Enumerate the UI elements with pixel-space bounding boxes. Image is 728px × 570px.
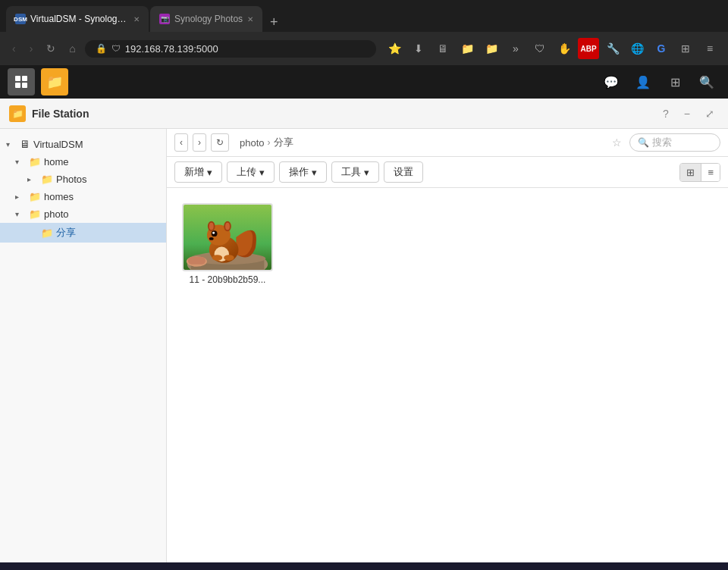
new-tab-button[interactable]: + xyxy=(264,15,284,29)
sidebar-item-share[interactable]: ▸ 📁 分享 xyxy=(0,223,166,243)
abp-icon[interactable]: ABP xyxy=(578,38,599,59)
more-icon[interactable]: » xyxy=(505,38,526,59)
breadcrumb-sep: › xyxy=(268,137,271,148)
dsm-grid-icon[interactable] xyxy=(8,68,35,96)
list-item[interactable]: 11 - 20b9bb2b59... xyxy=(182,203,273,285)
screen-icon[interactable]: 🖥 xyxy=(432,38,453,59)
nav-back-button[interactable]: ‹ xyxy=(8,39,20,58)
watermark-bar: 值 什么值得买 | 什么值得买 xyxy=(0,562,728,570)
dsm-search-icon[interactable]: 🔍 xyxy=(693,68,720,96)
main-content: ‹ › ↻ photo › 分享 ☆ 🔍 搜索 新增 ▾ xyxy=(167,129,728,562)
tab-close-virtualdsm[interactable]: ✕ xyxy=(133,15,140,23)
lock-icon: 🔒 xyxy=(96,43,107,54)
file-name: 11 - 20b9bb2b59... xyxy=(190,274,266,285)
fs-header: 📁 File Station ? − ⤢ xyxy=(0,99,728,129)
tab-synology-photos[interactable]: 📷 Synology Photos ✕ xyxy=(150,6,262,32)
sidebar-item-homes[interactable]: ▸ 📁 homes xyxy=(0,188,166,205)
sidebar-label-photos: Photos xyxy=(56,174,86,185)
google-icon[interactable]: G xyxy=(651,38,672,59)
grid-svg-icon xyxy=(14,74,29,89)
toolbar-new-button[interactable]: 新增 ▾ xyxy=(174,161,222,183)
nav-refresh-button[interactable]: ↻ xyxy=(42,39,60,58)
toolbar-upload-button[interactable]: 上传 ▾ xyxy=(227,161,275,183)
sidebar-label-home: home xyxy=(44,156,69,168)
toolbar-upload-dropdown: ▾ xyxy=(259,167,265,178)
homes-folder-icon: 📁 xyxy=(29,191,41,202)
shield-icon: 🛡 xyxy=(111,43,121,54)
globe-icon[interactable]: 🌐 xyxy=(626,38,648,59)
toolbar-upload-label: 上传 xyxy=(237,165,256,179)
address-input[interactable]: 🔒 🛡 192.168.78.139:5000 xyxy=(85,40,376,58)
dsm-apps-icon[interactable]: ⊞ xyxy=(661,68,689,96)
tab-title-photos: Synology Photos xyxy=(174,14,243,24)
breadcrumb-photo[interactable]: photo xyxy=(240,137,265,149)
hand-icon[interactable]: ✋ xyxy=(554,38,575,59)
menu-icon[interactable]: ≡ xyxy=(699,38,720,59)
home-caret: ▾ xyxy=(15,158,26,166)
home-folder-icon: 📁 xyxy=(29,156,41,168)
settings-icon[interactable]: 🔧 xyxy=(602,38,623,59)
path-search[interactable]: 🔍 搜索 xyxy=(629,133,720,152)
fs-maximize-button[interactable]: ⤢ xyxy=(701,106,719,121)
sidebar: ▾ 🖥 VirtualDSM ▾ 📁 home ▸ 📁 Photos ▸ 📁 h… xyxy=(0,129,167,562)
sidebar-item-home[interactable]: ▾ 📁 home xyxy=(0,153,166,171)
sidebar-item-virtualdsm[interactable]: ▾ 🖥 VirtualDSM xyxy=(0,135,166,153)
shield-toolbar-icon[interactable]: 🛡 xyxy=(529,38,551,59)
server-icon: 🖥 xyxy=(20,138,30,150)
dsm-chat-icon[interactable]: 💬 xyxy=(598,68,625,96)
path-forward-button[interactable]: › xyxy=(193,133,206,152)
toolbar-settings-button[interactable]: 设置 xyxy=(384,161,423,183)
sidebar-label-share: 分享 xyxy=(56,226,76,240)
toolbar-action-button[interactable]: 操作 ▾ xyxy=(279,161,327,183)
path-back-button[interactable]: ‹ xyxy=(174,133,188,152)
toolbar-settings-label: 设置 xyxy=(394,165,413,179)
dsm-filestation-icon[interactable]: 📁 xyxy=(41,68,68,96)
virtualdsm-caret: ▾ xyxy=(6,140,17,149)
photo-folder-icon: 📁 xyxy=(29,208,41,220)
sidebar-label-photo: photo xyxy=(44,208,69,220)
extensions-icon[interactable]: ⊞ xyxy=(675,38,696,59)
toolbar: 新增 ▾ 上传 ▾ 操作 ▾ 工具 ▾ 设置 xyxy=(167,157,728,188)
svg-rect-0 xyxy=(15,76,20,81)
svg-point-15 xyxy=(209,223,214,230)
path-refresh-button[interactable]: ↻ xyxy=(211,133,229,152)
file-station: 📁 File Station ? − ⤢ ▾ 🖥 VirtualDSM ▾ 📁 … xyxy=(0,99,728,562)
fs-minimize-button[interactable]: − xyxy=(679,106,695,121)
star-icon[interactable]: ⭐ xyxy=(384,38,405,59)
breadcrumb-share[interactable]: 分享 xyxy=(274,136,293,149)
sidebar-item-photo[interactable]: ▾ 📁 photo xyxy=(0,205,166,223)
download-icon[interactable]: ⬇ xyxy=(408,38,429,59)
fs-help-button[interactable]: ? xyxy=(658,106,673,121)
svg-point-19 xyxy=(209,237,214,240)
dsm-user-icon[interactable]: 👤 xyxy=(629,68,657,96)
squirrel-svg xyxy=(184,203,271,271)
tab-virtualdsm[interactable]: DSM VirtualDSM - Synology Virtu... ✕ xyxy=(6,6,149,32)
nav-forward-button[interactable]: › xyxy=(25,39,38,58)
toolbar-tools-button[interactable]: 工具 ▾ xyxy=(331,161,379,183)
folder-icon1[interactable]: 📁 xyxy=(457,38,478,59)
tab-favicon-photos: 📷 xyxy=(159,14,170,24)
fs-body: ▾ 🖥 VirtualDSM ▾ 📁 home ▸ 📁 Photos ▸ 📁 h… xyxy=(0,129,728,562)
nav-home-button[interactable]: ⌂ xyxy=(64,39,80,58)
address-text: 192.168.78.139:5000 xyxy=(125,43,218,55)
path-bar: ‹ › ↻ photo › 分享 ☆ 🔍 搜索 xyxy=(167,129,728,157)
fs-logo: 📁 xyxy=(9,105,26,122)
photo-caret: ▾ xyxy=(15,210,26,218)
folder-icon2[interactable]: 📁 xyxy=(481,38,502,59)
toolbar-tools-dropdown: ▾ xyxy=(364,167,369,178)
sidebar-label-virtualdsm: VirtualDSM xyxy=(33,139,83,150)
fs-header-right: ? − ⤢ xyxy=(658,106,719,121)
path-star-button[interactable]: ☆ xyxy=(609,135,625,150)
grid-view-button[interactable]: ⊞ xyxy=(680,164,701,181)
svg-point-18 xyxy=(212,232,215,234)
sidebar-item-photos[interactable]: ▸ 📁 Photos xyxy=(0,171,166,188)
dsm-app-bar: 📁 💬 👤 ⊞ 🔍 xyxy=(0,65,728,99)
toolbar-new-dropdown: ▾ xyxy=(207,167,212,178)
toolbar-action-dropdown: ▾ xyxy=(312,167,317,178)
list-view-button[interactable]: ≡ xyxy=(701,164,720,181)
toolbar-tools-label: 工具 xyxy=(341,165,361,179)
tab-close-photos[interactable]: ✕ xyxy=(247,15,253,23)
svg-rect-3 xyxy=(22,83,27,88)
svg-rect-9 xyxy=(188,257,206,265)
dsm-right-icons: 💬 👤 ⊞ 🔍 xyxy=(598,68,720,96)
